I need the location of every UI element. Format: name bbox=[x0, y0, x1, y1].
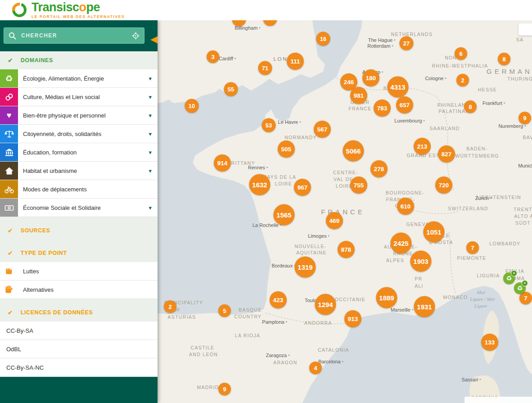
cluster-marker[interactable]: 4313 bbox=[388, 77, 409, 98]
check-icon: ✔ bbox=[8, 227, 13, 234]
cluster-marker[interactable]: 2425 bbox=[391, 233, 412, 254]
cluster-marker[interactable]: 878 bbox=[338, 241, 355, 258]
cluster-marker[interactable]: 8 bbox=[464, 100, 477, 113]
cluster-marker[interactable]: 1051 bbox=[424, 222, 445, 243]
domain-label: Éducation, formation bbox=[23, 149, 77, 156]
cluster-marker[interactable]: 2 bbox=[164, 300, 176, 313]
cluster-marker[interactable]: 10 bbox=[185, 99, 199, 113]
cluster-marker[interactable]: 567 bbox=[314, 121, 331, 138]
domain-label: Citoyenneté, droits, solidarités bbox=[23, 131, 101, 137]
cluster-marker[interactable]: 53 bbox=[262, 118, 276, 132]
cluster-marker[interactable]: 1319 bbox=[295, 257, 316, 278]
recycle-point-marker[interactable]: ♻+ bbox=[503, 272, 515, 284]
recycle-icon: ♻ bbox=[0, 69, 18, 87]
domain-item[interactable]: Culture, Médias et Lien social▾ bbox=[0, 88, 158, 106]
cluster-marker[interactable] bbox=[263, 20, 277, 26]
cluster-marker[interactable]: 505 bbox=[278, 140, 295, 158]
cluster-marker[interactable]: 1931 bbox=[414, 296, 435, 317]
section-sources[interactable]: ✔ SOURCES bbox=[0, 222, 158, 240]
cluster-marker[interactable]: 278 bbox=[370, 160, 388, 177]
domain-item[interactable]: Citoyenneté, droits, solidarités▾ bbox=[0, 125, 158, 143]
cluster-marker[interactable]: 16 bbox=[316, 32, 330, 46]
cluster-marker[interactable]: 914 bbox=[214, 154, 231, 172]
map-control-button[interactable] bbox=[518, 23, 532, 36]
chevron-down-icon[interactable]: ▾ bbox=[149, 94, 152, 100]
logo-tagline: LE PORTAIL WEB DES ALTERNATIVES bbox=[32, 15, 125, 19]
licence-item[interactable]: OdBL bbox=[0, 340, 158, 358]
cluster-marker[interactable]: 469 bbox=[326, 212, 343, 229]
map-attribution bbox=[464, 397, 532, 403]
section-label: LICENCES DE DONNÉES bbox=[21, 309, 93, 316]
cluster-marker[interactable]: 1565 bbox=[274, 204, 295, 226]
cluster-marker[interactable]: 8 bbox=[498, 53, 510, 65]
chevron-down-icon[interactable]: ▾ bbox=[149, 149, 152, 156]
cluster-marker[interactable]: 610 bbox=[397, 198, 414, 215]
cluster-marker[interactable]: 27 bbox=[400, 36, 414, 50]
cluster-marker[interactable]: 981 bbox=[350, 87, 367, 104]
map-markers-layer: 1627368111711802464313255981657783810953… bbox=[158, 20, 532, 403]
cluster-marker[interactable]: 133 bbox=[481, 334, 498, 351]
cluster-marker[interactable]: 755 bbox=[350, 177, 367, 194]
cluster-marker[interactable]: 9 bbox=[518, 112, 531, 124]
domain-item[interactable]: Modes de déplacements bbox=[0, 180, 158, 199]
chevron-down-icon[interactable]: ▾ bbox=[149, 204, 152, 211]
map-canvas[interactable]: BillinghamLONDONCardiffNETHERLANDSThe Ha… bbox=[158, 20, 532, 403]
cluster-marker[interactable]: 4 bbox=[309, 362, 322, 374]
cluster-marker[interactable]: 5 bbox=[218, 304, 231, 317]
chevron-down-icon[interactable]: ▾ bbox=[149, 112, 152, 119]
cluster-marker[interactable]: 913 bbox=[344, 310, 361, 327]
cluster-marker[interactable]: 1903 bbox=[410, 251, 432, 272]
cluster-marker[interactable]: 6 bbox=[455, 47, 467, 60]
locate-icon[interactable] bbox=[132, 32, 140, 40]
search-input[interactable] bbox=[20, 32, 128, 39]
cluster-marker[interactable] bbox=[232, 20, 246, 27]
check-icon: ✔ bbox=[8, 309, 13, 316]
domain-item[interactable]: ♻Écologie, Alimentation, Énergie▾ bbox=[0, 69, 158, 88]
section-licences[interactable]: ✔ LICENCES DE DONNÉES bbox=[0, 303, 158, 321]
domain-item[interactable]: Économie Sociale et Solidaire▾ bbox=[0, 199, 158, 217]
bank-icon bbox=[0, 143, 18, 161]
recycle-icon: ♻ bbox=[517, 285, 523, 291]
section-label: DOMAINES bbox=[21, 57, 53, 63]
cluster-marker[interactable]: 213 bbox=[414, 138, 431, 155]
chevron-down-icon[interactable]: ▾ bbox=[149, 168, 152, 174]
cluster-marker[interactable]: 5066 bbox=[343, 140, 364, 162]
point-type-label: Alternatives bbox=[23, 286, 54, 293]
cluster-marker[interactable]: 967 bbox=[294, 179, 311, 196]
section-domaines[interactable]: ✔ DOMAINES bbox=[0, 51, 158, 69]
cluster-marker[interactable]: 1889 bbox=[376, 287, 397, 308]
cluster-marker[interactable]: 55 bbox=[224, 82, 238, 96]
cluster-marker[interactable]: 827 bbox=[438, 145, 455, 163]
point-type-item[interactable]: Alternatives bbox=[0, 281, 158, 299]
section-type-de-point[interactable]: ✔ TYPE DE POINT bbox=[0, 244, 158, 262]
cluster-marker[interactable]: 720 bbox=[435, 177, 452, 194]
point-type-item[interactable]: Luttes bbox=[0, 262, 158, 281]
heart-icon: ♥ bbox=[0, 106, 18, 124]
chevron-down-icon[interactable]: ▾ bbox=[149, 75, 152, 82]
licence-item[interactable]: CC-By-SA-NC bbox=[0, 358, 158, 377]
point-type-label: Luttes bbox=[23, 268, 39, 275]
chevron-down-icon[interactable]: ▾ bbox=[149, 131, 152, 137]
cluster-marker[interactable]: 783 bbox=[374, 100, 391, 117]
recycle-point-marker[interactable]: ♻+ bbox=[514, 282, 526, 294]
scales-icon bbox=[0, 125, 18, 143]
cluster-marker[interactable]: 1632 bbox=[249, 174, 271, 195]
domain-item[interactable]: Éducation, formation▾ bbox=[0, 143, 158, 162]
cluster-marker[interactable]: 71 bbox=[258, 61, 272, 75]
licence-label: CC-By-SA-NC bbox=[6, 364, 44, 371]
cluster-marker[interactable]: 657 bbox=[396, 96, 413, 113]
domain-item[interactable]: Habitat et urbanisme▾ bbox=[0, 162, 158, 180]
plus-badge: + bbox=[511, 270, 517, 276]
cluster-marker[interactable]: 111 bbox=[287, 53, 304, 70]
licence-item[interactable]: CC-By-SA bbox=[0, 321, 158, 340]
cluster-marker[interactable]: 2 bbox=[456, 74, 469, 86]
domain-item[interactable]: ♥Bien-être physique et personnel▾ bbox=[0, 106, 158, 125]
cluster-marker[interactable]: 3 bbox=[207, 50, 219, 63]
cluster-marker[interactable]: 1294 bbox=[315, 294, 336, 315]
cluster-marker[interactable]: 7 bbox=[466, 241, 479, 254]
cluster-marker[interactable]: 9 bbox=[218, 383, 231, 395]
cluster-marker[interactable]: 180 bbox=[362, 69, 379, 86]
sidebar-collapse-button[interactable]: ◀ bbox=[150, 31, 158, 48]
logo-text-orange: o bbox=[79, 0, 86, 14]
cluster-marker[interactable]: 423 bbox=[270, 291, 287, 308]
